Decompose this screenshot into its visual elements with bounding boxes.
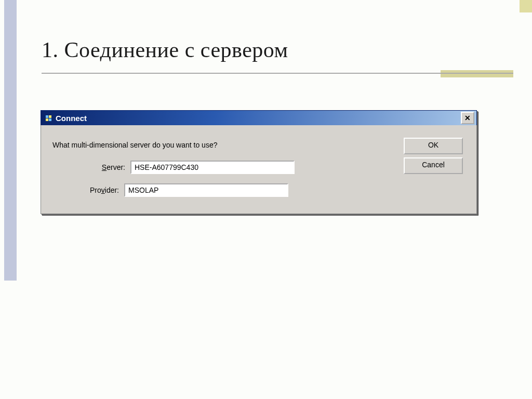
- app-icon: [44, 114, 52, 122]
- close-button[interactable]: ✕: [461, 112, 474, 124]
- dialog-prompt: What multi-dimensional server do you wan…: [52, 141, 217, 149]
- ok-button[interactable]: OK: [404, 138, 463, 154]
- provider-input[interactable]: [124, 183, 288, 197]
- slide-title: 1. Соединение с сервером: [42, 37, 288, 62]
- title-divider: [42, 73, 513, 74]
- server-input[interactable]: [130, 161, 295, 174]
- provider-label: Provider:: [82, 186, 124, 194]
- dialog-title: Connect: [52, 114, 461, 123]
- server-row: Server:: [88, 161, 295, 174]
- dialog-titlebar[interactable]: Connect ✕: [41, 110, 477, 125]
- slide-accent-top: [520, 0, 532, 12]
- cancel-button[interactable]: Cancel: [404, 157, 463, 174]
- close-icon: ✕: [464, 114, 471, 122]
- connect-dialog: Connect ✕ What multi-dimensional server …: [41, 110, 477, 214]
- dialog-body: What multi-dimensional server do you wan…: [41, 125, 477, 214]
- slide-left-bar: [4, 0, 17, 281]
- server-label: Server:: [88, 163, 130, 171]
- provider-row: Provider:: [82, 183, 288, 197]
- divider-accent: [441, 70, 513, 77]
